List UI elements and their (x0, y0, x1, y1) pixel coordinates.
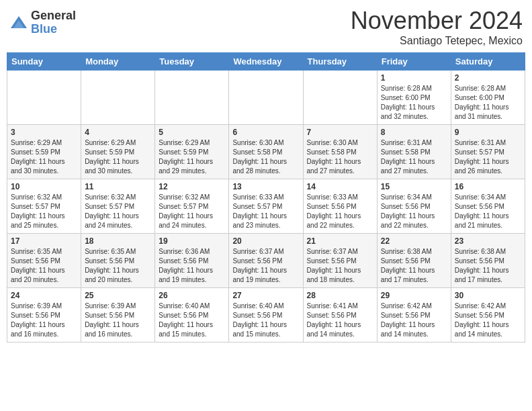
sunrise-text: Sunrise: 6:28 AM (381, 84, 447, 93)
calendar-cell: 15Sunrise: 6:34 AMSunset: 5:56 PMDayligh… (377, 179, 451, 234)
daylight-text: Daylight: 11 hours and 15 minutes. (232, 320, 299, 339)
logo-icon (9, 13, 28, 32)
sunset-text: Sunset: 5:56 PM (455, 202, 521, 212)
day-info: Sunrise: 6:35 AMSunset: 5:56 PMDaylight:… (85, 247, 151, 285)
sunrise-text: Sunrise: 6:35 AM (11, 247, 77, 257)
day-number: 7 (307, 128, 373, 137)
day-number: 12 (159, 182, 225, 191)
day-info: Sunrise: 6:40 AMSunset: 5:56 PMDaylight:… (232, 302, 299, 339)
sunset-text: Sunset: 5:56 PM (85, 257, 151, 266)
calendar-cell: 16Sunrise: 6:34 AMSunset: 5:56 PMDayligh… (451, 179, 525, 234)
calendar-cell: 25Sunrise: 6:39 AMSunset: 5:56 PMDayligh… (81, 288, 155, 342)
sunset-text: Sunset: 6:00 PM (381, 93, 447, 103)
day-info: Sunrise: 6:37 AMSunset: 5:56 PMDaylight:… (232, 247, 299, 285)
sunrise-text: Sunrise: 6:41 AM (307, 302, 373, 311)
day-number: 24 (11, 291, 77, 300)
weekday-tuesday: Tuesday (155, 53, 229, 71)
calendar-cell: 19Sunrise: 6:36 AMSunset: 5:56 PMDayligh… (155, 234, 229, 288)
day-info: Sunrise: 6:42 AMSunset: 5:56 PMDaylight:… (455, 302, 521, 339)
daylight-text: Daylight: 11 hours and 14 minutes. (381, 320, 447, 339)
sunset-text: Sunset: 5:57 PM (232, 202, 299, 212)
sunset-text: Sunset: 5:56 PM (11, 257, 77, 266)
calendar-cell (81, 71, 155, 125)
weekday-wednesday: Wednesday (229, 53, 303, 71)
day-number: 20 (232, 236, 299, 246)
calendar-week-5: 24Sunrise: 6:39 AMSunset: 5:56 PMDayligh… (7, 288, 525, 342)
sunrise-text: Sunrise: 6:37 AM (307, 247, 373, 257)
day-number: 13 (232, 182, 299, 191)
calendar-cell: 8Sunrise: 6:31 AMSunset: 5:58 PMDaylight… (377, 125, 451, 179)
daylight-text: Daylight: 11 hours and 29 minutes. (159, 157, 225, 176)
sunset-text: Sunset: 5:58 PM (381, 148, 447, 157)
daylight-text: Daylight: 11 hours and 31 minutes. (455, 103, 521, 122)
weekday-sunday: Sunday (7, 53, 81, 71)
sunrise-text: Sunrise: 6:42 AM (381, 302, 447, 311)
calendar-cell: 3Sunrise: 6:29 AMSunset: 5:59 PMDaylight… (7, 125, 81, 179)
day-number: 18 (85, 236, 151, 246)
calendar-cell: 29Sunrise: 6:42 AMSunset: 5:56 PMDayligh… (377, 288, 451, 342)
daylight-text: Daylight: 11 hours and 14 minutes. (455, 320, 521, 339)
title-block: November 2024 Santiago Tetepec, Mexico (351, 7, 523, 47)
sunset-text: Sunset: 5:56 PM (159, 311, 225, 320)
weekday-friday: Friday (377, 53, 451, 71)
sunrise-text: Sunrise: 6:30 AM (232, 138, 299, 148)
daylight-text: Daylight: 11 hours and 30 minutes. (85, 157, 151, 176)
sunrise-text: Sunrise: 6:39 AM (11, 302, 77, 311)
calendar-cell: 2Sunrise: 6:28 AMSunset: 6:00 PMDaylight… (451, 71, 525, 125)
sunrise-text: Sunrise: 6:32 AM (159, 193, 225, 202)
day-number: 21 (307, 236, 373, 246)
calendar-cell: 20Sunrise: 6:37 AMSunset: 5:56 PMDayligh… (229, 234, 303, 288)
sunrise-text: Sunrise: 6:30 AM (307, 138, 373, 148)
calendar-cell (303, 71, 377, 125)
weekday-header-row: SundayMondayTuesdayWednesdayThursdayFrid… (7, 53, 525, 71)
sunrise-text: Sunrise: 6:28 AM (455, 84, 521, 93)
day-number: 8 (381, 128, 447, 137)
calendar-table: SundayMondayTuesdayWednesdayThursdayFrid… (7, 52, 525, 342)
sunset-text: Sunset: 5:56 PM (232, 311, 299, 320)
weekday-monday: Monday (81, 53, 155, 71)
sunrise-text: Sunrise: 6:34 AM (381, 193, 447, 202)
daylight-text: Daylight: 11 hours and 15 minutes. (159, 320, 225, 339)
day-info: Sunrise: 6:32 AMSunset: 5:57 PMDaylight:… (11, 193, 77, 230)
sunset-text: Sunset: 5:56 PM (307, 202, 373, 212)
sunset-text: Sunset: 5:58 PM (307, 148, 373, 157)
calendar-cell: 6Sunrise: 6:30 AMSunset: 5:58 PMDaylight… (229, 125, 303, 179)
logo: General Blue (9, 9, 76, 36)
page-header: General Blue November 2024 Santiago Tete… (7, 7, 525, 47)
sunrise-text: Sunrise: 6:32 AM (85, 193, 151, 202)
sunrise-text: Sunrise: 6:29 AM (11, 138, 77, 148)
day-info: Sunrise: 6:39 AMSunset: 5:56 PMDaylight:… (85, 302, 151, 339)
calendar-cell: 7Sunrise: 6:30 AMSunset: 5:58 PMDaylight… (303, 125, 377, 179)
calendar-cell: 11Sunrise: 6:32 AMSunset: 5:57 PMDayligh… (81, 179, 155, 234)
day-number: 27 (232, 291, 299, 300)
calendar-cell: 4Sunrise: 6:29 AMSunset: 5:59 PMDaylight… (81, 125, 155, 179)
sunrise-text: Sunrise: 6:38 AM (455, 247, 521, 257)
sunrise-text: Sunrise: 6:34 AM (455, 193, 521, 202)
sunrise-text: Sunrise: 6:39 AM (85, 302, 151, 311)
sunset-text: Sunset: 5:56 PM (232, 257, 299, 266)
sunset-text: Sunset: 5:56 PM (307, 311, 373, 320)
calendar-cell: 10Sunrise: 6:32 AMSunset: 5:57 PMDayligh… (7, 179, 81, 234)
day-info: Sunrise: 6:30 AMSunset: 5:58 PMDaylight:… (307, 138, 373, 176)
daylight-text: Daylight: 11 hours and 17 minutes. (381, 266, 447, 285)
day-number: 25 (85, 291, 151, 300)
day-info: Sunrise: 6:29 AMSunset: 5:59 PMDaylight:… (85, 138, 151, 176)
sunset-text: Sunset: 5:59 PM (85, 148, 151, 157)
day-number: 1 (381, 73, 447, 83)
calendar-cell: 28Sunrise: 6:41 AMSunset: 5:56 PMDayligh… (303, 288, 377, 342)
day-number: 2 (455, 73, 521, 83)
sunset-text: Sunset: 5:57 PM (85, 202, 151, 212)
sunrise-text: Sunrise: 6:33 AM (232, 193, 299, 202)
day-number: 10 (11, 182, 77, 191)
sunrise-text: Sunrise: 6:29 AM (85, 138, 151, 148)
day-info: Sunrise: 6:34 AMSunset: 5:56 PMDaylight:… (455, 193, 521, 230)
day-number: 14 (307, 182, 373, 191)
sunset-text: Sunset: 5:56 PM (455, 311, 521, 320)
day-info: Sunrise: 6:29 AMSunset: 5:59 PMDaylight:… (11, 138, 77, 176)
daylight-text: Daylight: 11 hours and 20 minutes. (11, 266, 77, 285)
sunset-text: Sunset: 5:58 PM (232, 148, 299, 157)
day-info: Sunrise: 6:28 AMSunset: 6:00 PMDaylight:… (455, 84, 521, 122)
sunset-text: Sunset: 5:56 PM (11, 311, 77, 320)
sunset-text: Sunset: 5:59 PM (159, 148, 225, 157)
daylight-text: Daylight: 11 hours and 25 minutes. (11, 212, 77, 230)
